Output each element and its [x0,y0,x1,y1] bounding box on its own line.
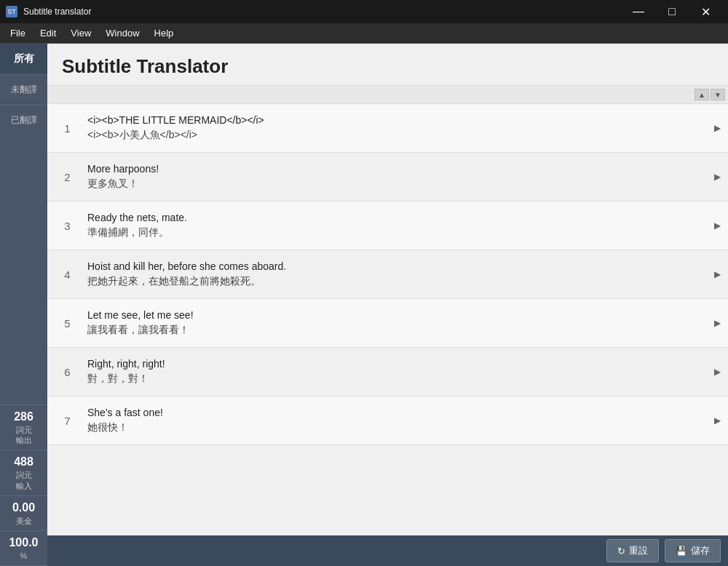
bottom-bar: ↻ 重設 💾 儲存 [47,535,728,566]
stat-input-tokens: 488 詞元 輸入 [0,450,47,495]
table-row[interactable]: 2More harpoons!更多魚叉！▶ [47,153,728,202]
item-number: 3 [47,220,87,232]
item-content: She's a fast one!她很快！ [87,404,706,437]
item-content: More harpoons!更多魚叉！ [87,160,706,194]
stat-percent: 100.0 % [0,531,47,566]
item-expand-button[interactable]: ▶ [706,220,728,231]
sidebar: 所有 未翻譯 已翻譯 286 詞元 輸出 488 詞元 輸入 0.00 美金 1… [0,44,47,566]
stat-output-tokens: 286 詞元 輸出 [0,405,47,450]
item-content: Ready the nets, mate.準備捕網，同伴。 [87,209,706,242]
menu-file[interactable]: File [3,25,33,41]
menu-help[interactable]: Help [147,25,181,41]
table-row[interactable]: 6Right, right, right!對，對，對！▶ [47,348,728,396]
item-translation: 把她升起來，在她登船之前將她殺死。 [87,275,699,288]
item-number: 2 [47,171,87,183]
item-expand-button[interactable]: ▶ [706,172,728,182]
item-expand-button[interactable]: ▶ [706,318,728,328]
reset-label: 重設 [629,544,648,557]
item-number: 1 [47,122,87,135]
item-translation: 她很快！ [87,421,699,434]
item-original: Right, right, right! [87,358,699,370]
scroll-down-button[interactable]: ▼ [711,89,725,100]
stat-cost: 0.00 美金 [0,496,47,531]
menu-edit[interactable]: Edit [33,25,63,41]
item-translation: <i><b>小美人魚</b></i> [87,129,699,142]
item-original: More harpoons! [87,163,699,175]
menu-view[interactable]: View [63,25,98,41]
item-translation: 更多魚叉！ [87,178,699,191]
item-expand-button[interactable]: ▶ [706,269,728,279]
content-area: Subtitle Translator ▲ ▼ 1<i><b>THE LITTL… [47,44,728,566]
app-icon: ST [6,6,17,17]
page-header: Subtitle Translator [47,44,728,86]
item-number: 6 [47,366,87,378]
item-number: 4 [47,268,87,281]
reset-button[interactable]: ↻ 重設 [606,539,659,562]
item-translation: 準備捕網，同伴。 [87,226,699,239]
sidebar-item-untranslated[interactable]: 未翻譯 [0,74,47,105]
save-button[interactable]: 💾 儲存 [665,539,721,562]
sidebar-item-translated[interactable]: 已翻譯 [0,105,47,135]
minimize-button[interactable]: — [622,0,655,23]
menu-window[interactable]: Window [98,25,146,41]
item-translation: 讓我看看，讓我看看！ [87,324,699,337]
item-expand-button[interactable]: ▶ [706,367,728,377]
table-row[interactable]: 5Let me see, let me see!讓我看看，讓我看看！▶ [47,299,728,348]
window-controls: — □ ✕ [622,0,722,23]
table-row[interactable]: 4Hoist and kill her, before she comes ab… [47,250,728,299]
item-expand-button[interactable]: ▶ [706,123,728,133]
item-original: Let me see, let me see! [87,309,699,321]
main-content: 所有 未翻譯 已翻譯 286 詞元 輸出 488 詞元 輸入 0.00 美金 1… [0,44,728,566]
item-translation: 對，對，對！ [87,372,699,386]
sidebar-item-all[interactable]: 所有 [0,44,47,74]
item-content: <i><b>THE LITTLE MERMAID</b></i><i><b>小美… [87,111,706,145]
menu-bar: File Edit View Window Help [0,23,728,44]
subtitle-list[interactable]: 1<i><b>THE LITTLE MERMAID</b></i><i><b>小… [47,104,728,535]
item-original: She's a fast one! [87,407,699,418]
item-number: 5 [47,317,87,330]
table-row[interactable]: 1<i><b>THE LITTLE MERMAID</b></i><i><b>小… [47,104,728,153]
save-label: 儲存 [691,544,710,557]
item-content: Let me see, let me see!讓我看看，讓我看看！ [87,306,706,340]
sidebar-stats: 286 詞元 輸出 488 詞元 輸入 0.00 美金 100.0 % [0,404,47,566]
title-bar-left: ST Subtitle translator [6,6,91,17]
title-bar: ST Subtitle translator — □ ✕ [0,0,728,23]
page-title: Subtitle Translator [62,55,713,78]
close-button[interactable]: ✕ [689,0,722,23]
title-bar-title: Subtitle translator [23,7,91,17]
scroll-arrows: ▲ ▼ [47,86,728,104]
save-icon: 💾 [676,546,687,557]
item-original: Hoist and kill her, before she comes abo… [87,260,699,272]
item-number: 7 [47,415,87,427]
item-original: <i><b>THE LITTLE MERMAID</b></i> [87,114,699,126]
item-content: Right, right, right!對，對，對！ [87,355,706,388]
reset-icon: ↻ [617,546,625,557]
scroll-up-button[interactable]: ▲ [695,89,709,100]
maximize-button[interactable]: □ [655,0,689,23]
item-original: Ready the nets, mate. [87,212,699,223]
item-expand-button[interactable]: ▶ [706,415,728,426]
item-content: Hoist and kill her, before she comes abo… [87,258,706,291]
table-row[interactable]: 3Ready the nets, mate.準備捕網，同伴。▶ [47,202,728,250]
table-row[interactable]: 7She's a fast one!她很快！▶ [47,396,728,445]
